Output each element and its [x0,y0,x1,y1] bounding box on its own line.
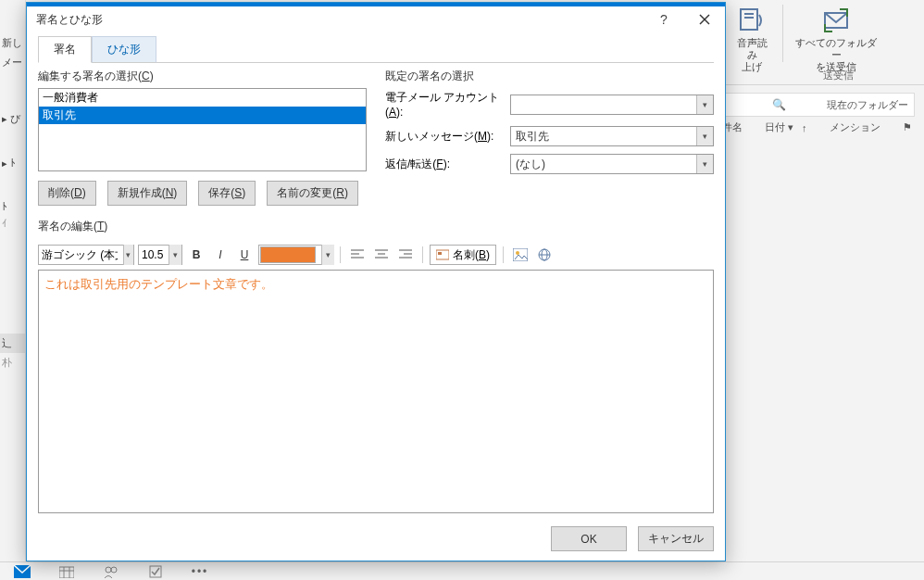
business-card-button[interactable]: 名刺(B) [430,245,496,265]
insert-image-button[interactable] [510,245,531,265]
font-color-combo[interactable]: ▾ [258,245,333,265]
list-header: 件名 日付▾↑ メンション ⚑ [722,120,915,134]
align-right-icon [399,249,412,260]
svg-point-10 [111,567,117,573]
reply-forward-combo[interactable]: (なし) ▾ [510,154,714,174]
search-placeholder: 現在のフォルダー [827,98,908,112]
align-left-button[interactable] [347,245,368,265]
dialog-titlebar: 署名とひな形 ? [27,3,725,32]
svg-rect-5 [59,567,74,578]
tab-signature[interactable]: 署名 [38,36,92,63]
col-mention[interactable]: メンション [830,120,880,134]
ribbon-read-aloud[interactable]: 音声読み 上げ [726,2,778,78]
signature-editor[interactable]: これは取引先用のテンプレート文章です。 [38,270,714,513]
svg-rect-1 [744,13,754,15]
chevron-down-icon: ▾ [169,245,181,265]
svg-rect-11 [150,566,161,577]
sort-down-icon: ▾ [788,121,793,133]
italic-button[interactable]: I [210,245,231,265]
toolbar-separator [422,246,423,263]
signature-edit-label: 署名の編集(T) [38,219,714,234]
new-message-combo[interactable]: 取引先 ▾ [510,126,714,146]
insert-link-button[interactable] [534,245,555,265]
people-nav-icon[interactable] [98,564,124,579]
email-account-combo[interactable]: ▾ [510,95,714,115]
align-right-button[interactable] [395,245,416,265]
tab-stationery[interactable]: ひな形 [92,36,156,63]
align-left-icon [351,249,364,260]
align-center-icon [375,249,388,260]
search-icon: 🔍 [772,98,786,111]
svg-point-26 [516,251,519,255]
new-button[interactable]: 新規作成(N) [107,181,188,206]
svg-rect-0 [741,9,757,30]
tasks-nav-icon[interactable] [143,564,169,579]
list-item[interactable]: 一般消費者 [39,89,366,107]
close-icon [699,14,710,25]
read-aloud-icon [737,6,767,35]
bizcard-icon [436,249,449,260]
signature-list[interactable]: 一般消費者 取引先 [38,88,367,171]
save-button[interactable]: 保存(S) [198,181,256,206]
ribbon-send-receive[interactable]: すべてのフォルダー を送受信 [783,2,889,78]
signature-dialog: 署名とひな形 ? 署名 ひな形 編集する署名の選択(C) 一般消費者 取引先 削… [26,2,726,561]
svg-rect-2 [744,17,754,19]
bottom-nav: ••• [0,561,924,580]
email-account-label: 電子メール アカウント(A): [385,90,501,119]
svg-point-9 [106,567,111,573]
new-message-label: 新しいメッセージ(M): [385,129,501,145]
svg-rect-24 [438,252,442,255]
reply-forward-label: 返信/転送(F): [385,157,501,172]
more-nav-icon[interactable]: ••• [187,564,213,579]
editor-toolbar: 游ゴシック (本文の ▾ 10.5 ▾ B I U ▾ [38,242,714,268]
font-size-combo[interactable]: 10.5 ▾ [138,245,182,265]
default-sig-heading: 既定の署名の選択 [385,69,714,84]
chevron-down-icon: ▾ [123,245,133,265]
bold-button[interactable]: B [186,245,206,265]
close-button[interactable] [684,6,725,32]
tab-bar: 署名 ひな形 [38,36,714,63]
link-icon [537,248,552,261]
signature-select-label: 編集する署名の選択(C) [38,69,367,84]
ok-button[interactable]: OK [551,526,627,551]
flag-icon[interactable]: ⚑ [903,121,912,133]
cancel-button[interactable]: キャンセル [638,526,714,551]
calendar-nav-icon[interactable] [54,564,80,579]
dialog-title: 署名とひな形 [36,12,643,28]
align-center-button[interactable] [371,245,392,265]
chevron-down-icon: ▾ [696,95,713,114]
list-item[interactable]: 取引先 [39,107,366,124]
chevron-down-icon: ▾ [696,155,713,173]
toolbar-separator [340,246,341,263]
chevron-down-icon: ▾ [321,245,334,265]
color-preview [260,246,316,263]
send-receive-icon [821,6,851,35]
col-date[interactable]: 日付▾↑ [765,120,807,134]
underline-button[interactable]: U [234,245,255,265]
delete-button[interactable]: 削除(D) [38,181,96,206]
chevron-down-icon: ▾ [696,127,713,145]
image-icon [513,248,528,261]
help-button[interactable]: ? [643,6,684,32]
rename-button[interactable]: 名前の変更(R) [267,181,358,206]
editor-content: これは取引先用のテンプレート文章です。 [44,277,273,291]
left-nav-strip: 新し メー ▸ ぴ ▸ ﾄ ﾄ ｲ 辶 朴 [0,0,26,580]
mail-nav-icon[interactable] [9,564,35,579]
ribbon-section-label: 送受信 [823,69,854,82]
font-combo[interactable]: 游ゴシック (本文の ▾ [38,245,134,265]
toolbar-separator [503,246,504,263]
